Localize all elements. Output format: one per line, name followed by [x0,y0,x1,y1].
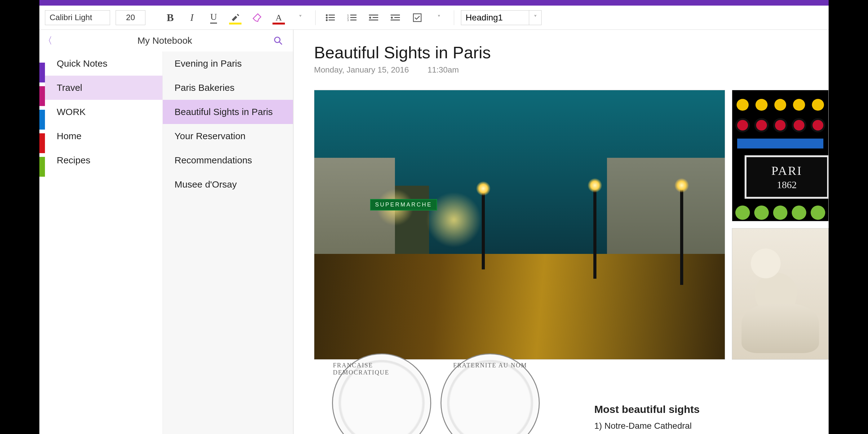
svg-rect-1 [329,14,335,16]
svg-point-4 [326,19,328,21]
back-button[interactable]: 〈 [39,34,56,47]
section-label: WORK [57,106,86,117]
svg-marker-13 [369,17,371,18]
svg-rect-3 [329,17,335,18]
svg-rect-5 [329,20,335,21]
page-item[interactable]: Musee d'Orsay [163,173,293,196]
section-item[interactable]: Home [45,124,162,148]
svg-rect-7 [350,14,356,16]
page-list: Evening in Paris Paris Bakeries Beautifu… [163,52,293,434]
section-item[interactable]: Travel [45,75,162,100]
page-date: Monday, January 15, 2016 [314,65,409,75]
svg-rect-16 [369,20,378,21]
font-family-combo[interactable]: Calibri Light [45,10,110,25]
page-item[interactable]: Your Reservation [163,124,293,148]
page-label: Musee d'Orsay [175,179,237,190]
page-title[interactable]: Beautiful Sights in Paris [314,43,829,62]
format-painter-button[interactable] [249,10,265,26]
search-icon [273,36,283,45]
ribbon-toolbar: Calibri Light 20 B I U A ˅ 123 ˅ [39,6,829,30]
format-painter-icon [252,13,261,22]
section-item[interactable]: Recipes [45,148,162,173]
search-button[interactable] [273,36,293,45]
chevron-down-icon: ˅ [529,10,541,25]
font-size-combo[interactable]: 20 [116,10,145,25]
svg-rect-11 [350,20,356,21]
page-item[interactable]: Beautiful Sights in Paris [163,100,293,124]
stained-plaque: PARI 1862 [745,155,829,199]
svg-rect-9 [350,17,356,18]
separator [454,10,454,25]
todo-more-button[interactable]: ˅ [431,10,447,26]
svg-rect-12 [369,14,378,16]
section-color-tab[interactable] [39,110,45,130]
decrease-indent-icon [369,13,379,22]
numbered-list-button[interactable]: 123 [344,10,360,26]
bulleted-list-icon [326,13,335,22]
stained-glass-image[interactable]: PARI 1862 [732,90,829,221]
page-label: Evening in Paris [175,58,242,69]
section-color-tabs [39,52,45,434]
section-label: Quick Notes [57,58,107,69]
sights-list-item: 1) Notre-Dame Cathedral [594,421,700,431]
svg-marker-14 [369,18,371,19]
styles-combo[interactable]: Heading1 ˅ [461,10,541,25]
svg-point-23 [275,37,280,43]
page-time: 11:30am [428,65,459,75]
page-label: Beautiful Sights in Paris [175,106,273,117]
page-label: Recommendations [175,155,252,165]
section-color-tab[interactable] [39,86,45,106]
section-color-tab[interactable] [39,63,45,83]
checkbox-icon [413,13,422,22]
highlight-button[interactable] [227,10,243,26]
svg-rect-21 [391,20,400,21]
bold-button[interactable]: B [162,10,178,26]
section-item[interactable]: WORK [45,100,162,124]
page-label: Your Reservation [175,131,246,142]
highlighter-icon [230,13,240,22]
sights-block[interactable]: Most beautiful sights 1) Notre-Dame Cath… [594,403,700,431]
section-label: Home [57,131,82,142]
section-label: Travel [57,83,82,93]
decrease-indent-button[interactable] [366,10,382,26]
section-color-tab[interactable] [39,157,45,177]
todo-tag-button[interactable] [409,10,425,26]
section-color-tab[interactable] [39,133,45,153]
numbered-list-icon: 123 [347,13,357,22]
window-titlebar [39,0,829,6]
font-color-button[interactable]: A [271,10,287,26]
increase-indent-button[interactable] [388,10,404,26]
page-item[interactable]: Evening in Paris [163,52,293,75]
svg-point-0 [326,14,328,16]
separator [315,10,316,25]
page-label: Paris Bakeries [175,83,235,93]
page-meta: Monday, January 15, 2016 11:30am [314,65,829,75]
coin-images: FRANCAISE DEMOCRATIQUE FRATERNITE AU NOM [332,353,540,434]
underline-button[interactable]: U [206,10,222,26]
italic-button[interactable]: I [184,10,200,26]
hero-image[interactable]: SUPERMARCHE [314,90,725,360]
svg-line-24 [279,42,282,44]
hero-image-sign: SUPERMARCHE [370,199,437,211]
svg-marker-19 [391,18,393,19]
svg-text:3: 3 [347,19,349,22]
statue-image[interactable] [732,228,829,360]
styles-combo-value: Heading1 [461,13,529,23]
page-item[interactable]: Paris Bakeries [163,75,293,100]
bulleted-list-button[interactable] [322,10,339,26]
coin-image[interactable]: FRATERNITE AU NOM [440,353,540,434]
svg-rect-17 [391,14,400,16]
font-color-more-button[interactable]: ˅ [292,10,308,26]
notebook-header: 〈 My Notebook [39,30,293,52]
svg-point-2 [326,17,328,19]
coin-image[interactable]: FRANCAISE DEMOCRATIQUE [332,353,431,434]
svg-rect-22 [413,13,421,21]
page-item[interactable]: Recommendations [163,148,293,173]
section-label: Recipes [57,155,90,165]
section-item[interactable]: Quick Notes [45,52,162,75]
notebook-title[interactable]: My Notebook [56,35,273,46]
svg-rect-20 [394,17,400,18]
svg-marker-18 [391,17,393,18]
note-canvas[interactable]: Beautiful Sights in Paris Monday, Januar… [293,30,829,434]
sights-heading: Most beautiful sights [594,403,700,415]
